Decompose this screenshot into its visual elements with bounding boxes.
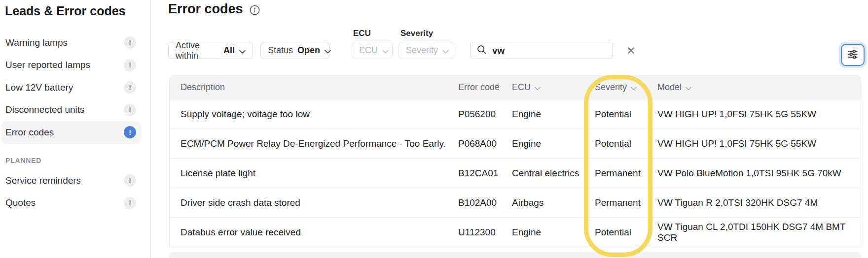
alert-badge: ! [124,126,136,138]
status-label: Status [268,45,293,56]
alert-badge: ! [124,197,136,209]
column-header-description: Description [181,82,458,93]
sidebar-item-label: Low 12V battery [5,82,73,93]
severity-placeholder: Severity [406,45,438,56]
column-header-ecu[interactable]: ECU [512,81,595,93]
status-dropdown[interactable]: Status Open [260,42,329,59]
chevron-down-icon [442,46,449,56]
active-within-label: Active within [176,40,219,61]
sidebar-title: Leads & Error codes [5,4,126,18]
app-root: Leads & Error codes Warning lamps!User r… [0,0,868,258]
ecu-filter-label: ECU [353,29,371,38]
column-header-label: Error code [458,82,500,93]
alert-badge: ! [124,36,136,49]
clear-x-icon[interactable] [627,46,635,55]
sort-chevron-icon [686,83,691,93]
severity-dropdown[interactable]: Severity [398,42,454,59]
cell-error-code: U112300 [458,227,512,238]
cell-description: Supply voltage; voltage too low [181,109,458,120]
search-icon [476,44,487,57]
sidebar-planned-list: Service reminders!Quotes! [1,169,141,214]
next-section-partial [169,252,861,258]
cell-description: Driver side crash data stored [181,197,458,208]
sidebar-item-label: Quotes [5,197,36,208]
chevron-down-icon [325,46,331,56]
sidebar-item-service-reminders[interactable]: Service reminders! [1,169,141,192]
cell-model: VW Tiguan R 2,0TSI 320HK DSG7 4M [657,197,861,208]
search-input[interactable] [492,45,621,56]
cell-error-code: P056200 [458,109,512,120]
cell-error-code: B102A00 [458,197,512,208]
page-title: Error codes [168,1,260,17]
advanced-filters-button[interactable] [841,44,865,66]
cell-ecu: Engine [512,138,595,149]
sidebar-item-user-reported-lamps[interactable]: User reported lamps! [1,54,141,77]
cell-description: License plate light [181,168,458,179]
alert-badge: ! [124,104,136,116]
chevron-down-icon [382,46,389,56]
cell-ecu: Airbags [512,197,595,208]
alert-badge: ! [124,59,136,71]
sidebar-item-label: Warning lamps [5,37,68,48]
column-header-model[interactable]: Model [657,81,861,93]
cell-severity: Potential [595,138,657,149]
cell-model: VW HIGH UP! 1,0FSI 75HK 5G 55KW [657,138,861,149]
cell-description: ECM/PCM Power Relay De-Energized Perform… [181,138,458,149]
column-header-label: ECU [512,82,531,93]
sidebar-item-low-12v-battery[interactable]: Low 12V battery! [1,76,141,99]
cell-model: VW Tiguan CL 2,0TDI 150HK DSG7 4M BMT SC… [657,222,861,243]
sort-chevron-icon [535,83,541,93]
cell-description: Databus error value received [181,227,458,238]
active-within-value: All [223,45,235,56]
error-codes-table: DescriptionError codeECUSeverityModel Su… [169,75,861,247]
cell-ecu: Engine [512,227,595,238]
sidebar-section-planned: PLANNED [5,157,41,164]
sidebar-item-quotes[interactable]: Quotes! [1,192,141,215]
table-row[interactable]: ECM/PCM Power Relay De-Energized Perform… [170,129,861,158]
sidebar-item-label: Disconnected units [5,104,85,115]
column-header-label: Description [181,82,225,93]
table-row[interactable]: Databus error value receivedU112300Engin… [170,217,861,247]
sidebar-item-list: Warning lamps!User reported lamps!Low 12… [1,32,141,144]
sort-chevron-icon [631,83,637,93]
cell-error-code: P068A00 [458,138,512,149]
sidebar-item-error-codes[interactable]: Error codes! [1,121,141,144]
cell-model: VW HIGH UP! 1,0FSI 75HK 5G 55KW [657,109,861,120]
info-circle-icon[interactable] [249,4,260,16]
table-row[interactable]: Supply voltage; voltage too lowP056200En… [170,99,861,129]
sidebar-item-warning-lamps[interactable]: Warning lamps! [1,32,141,54]
ecu-placeholder: ECU [359,45,378,56]
column-header-severity[interactable]: Severity [595,81,657,93]
alert-badge: ! [124,81,136,94]
alert-badge: ! [124,174,136,187]
table-header-row: DescriptionError codeECUSeverityModel [170,75,861,99]
cell-ecu: Central electrics [512,168,595,179]
cell-severity: Potential [595,227,657,238]
cell-ecu: Engine [512,109,595,120]
sliders-icon [846,48,859,62]
cell-model: VW Polo BlueMotion 1,0TSI 95HK 5G 70kW [657,168,861,179]
sidebar: Leads & Error codes Warning lamps!User r… [0,0,151,258]
ecu-dropdown[interactable]: ECU [352,42,393,59]
search-box [470,42,613,59]
sidebar-item-label: Service reminders [5,175,81,186]
sidebar-item-disconnected-units[interactable]: Disconnected units! [1,99,141,122]
page-title-text: Error codes [168,1,243,17]
table-row[interactable]: Driver side crash data storedB102A00Airb… [170,188,861,217]
table-body: Supply voltage; voltage too lowP056200En… [170,99,861,247]
cell-severity: Potential [595,109,657,120]
status-value: Open [297,45,320,56]
table-row[interactable]: License plate lightB12CA01Central electr… [170,158,861,188]
column-header-error-code: Error code [458,82,512,93]
cell-severity: Permanent [595,197,657,208]
sidebar-item-label: Error codes [5,127,54,138]
cell-error-code: B12CA01 [458,168,512,179]
sidebar-item-label: User reported lamps [5,60,90,70]
column-header-label: Severity [595,82,627,93]
severity-filter-label: Severity [400,29,433,38]
chevron-down-icon [239,46,246,56]
cell-severity: Permanent [595,168,657,179]
active-within-dropdown[interactable]: Active within All [168,42,253,59]
column-header-label: Model [657,82,682,93]
